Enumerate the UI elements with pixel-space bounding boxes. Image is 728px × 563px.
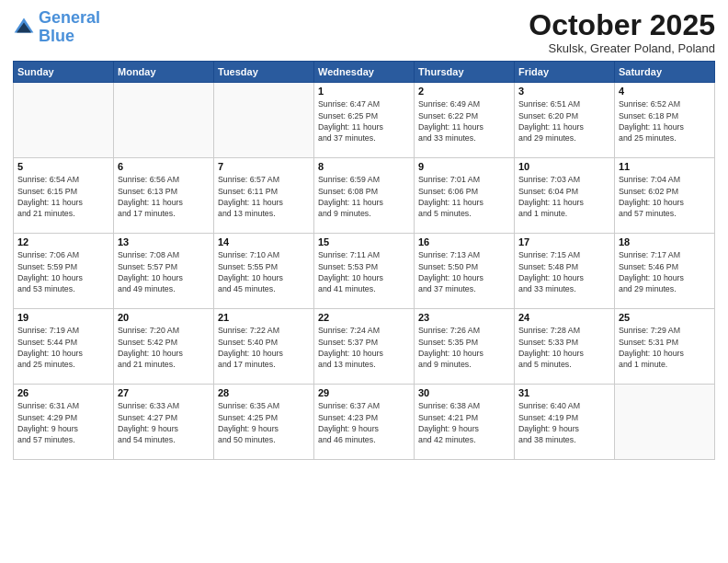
- calendar-day-cell: 5Sunrise: 6:54 AM Sunset: 6:15 PM Daylig…: [14, 158, 114, 234]
- calendar-day-cell: 18Sunrise: 7:17 AM Sunset: 5:46 PM Dayli…: [615, 234, 715, 309]
- calendar-week-row: 5Sunrise: 6:54 AM Sunset: 6:15 PM Daylig…: [14, 158, 715, 234]
- logo-text: General Blue: [39, 9, 100, 46]
- calendar-day-cell: 30Sunrise: 6:38 AM Sunset: 4:21 PM Dayli…: [415, 385, 515, 460]
- header-tuesday: Tuesday: [214, 62, 314, 83]
- calendar-day-cell: 27Sunrise: 6:33 AM Sunset: 4:27 PM Dayli…: [114, 385, 214, 460]
- header-saturday: Saturday: [615, 62, 715, 83]
- day-info: Sunrise: 7:11 AM Sunset: 5:53 PM Dayligh…: [318, 249, 410, 294]
- header-wednesday: Wednesday: [314, 62, 415, 83]
- calendar-day-cell: 22Sunrise: 7:24 AM Sunset: 5:37 PM Dayli…: [314, 309, 415, 385]
- calendar-day-cell: 23Sunrise: 7:26 AM Sunset: 5:35 PM Dayli…: [415, 309, 515, 385]
- page-container: General Blue October 2025 Skulsk, Greate…: [0, 0, 728, 465]
- day-number: 25: [619, 312, 711, 323]
- calendar-day-cell: 14Sunrise: 7:10 AM Sunset: 5:55 PM Dayli…: [214, 234, 314, 309]
- day-number: 2: [418, 86, 510, 97]
- day-info: Sunrise: 7:17 AM Sunset: 5:46 PM Dayligh…: [619, 249, 711, 294]
- day-number: 29: [318, 387, 410, 398]
- day-info: Sunrise: 7:22 AM Sunset: 5:40 PM Dayligh…: [218, 325, 310, 370]
- day-info: Sunrise: 6:40 AM Sunset: 4:19 PM Dayligh…: [518, 400, 610, 445]
- calendar-day-cell: 25Sunrise: 7:29 AM Sunset: 5:31 PM Dayli…: [615, 309, 715, 385]
- day-info: Sunrise: 6:31 AM Sunset: 4:29 PM Dayligh…: [17, 400, 109, 445]
- calendar-day-cell: 13Sunrise: 7:08 AM Sunset: 5:57 PM Dayli…: [114, 234, 214, 309]
- day-info: Sunrise: 6:56 AM Sunset: 6:13 PM Dayligh…: [118, 174, 210, 219]
- calendar-day-cell: 6Sunrise: 6:56 AM Sunset: 6:13 PM Daylig…: [114, 158, 214, 234]
- calendar-day-cell: 24Sunrise: 7:28 AM Sunset: 5:33 PM Dayli…: [515, 309, 615, 385]
- day-info: Sunrise: 7:13 AM Sunset: 5:50 PM Dayligh…: [418, 249, 510, 294]
- day-number: 4: [619, 86, 711, 97]
- day-info: Sunrise: 7:28 AM Sunset: 5:33 PM Dayligh…: [518, 325, 610, 370]
- day-number: 28: [218, 387, 310, 398]
- day-number: 27: [118, 387, 210, 398]
- calendar-day-cell: 2Sunrise: 6:49 AM Sunset: 6:22 PM Daylig…: [415, 83, 515, 158]
- day-number: 26: [17, 387, 109, 398]
- day-number: 3: [518, 86, 610, 97]
- day-info: Sunrise: 7:26 AM Sunset: 5:35 PM Dayligh…: [418, 325, 510, 370]
- day-number: 10: [518, 161, 610, 172]
- day-info: Sunrise: 7:08 AM Sunset: 5:57 PM Dayligh…: [118, 249, 210, 294]
- header-sunday: Sunday: [14, 62, 114, 83]
- calendar-day-cell: [114, 83, 214, 158]
- title-block: October 2025 Skulsk, Greater Poland, Pol…: [529, 9, 715, 55]
- day-number: 22: [318, 312, 410, 323]
- day-info: Sunrise: 7:20 AM Sunset: 5:42 PM Dayligh…: [118, 325, 210, 370]
- day-number: 18: [619, 236, 711, 247]
- calendar-week-row: 26Sunrise: 6:31 AM Sunset: 4:29 PM Dayli…: [14, 385, 715, 460]
- logo-line2: Blue: [39, 27, 74, 45]
- day-info: Sunrise: 7:04 AM Sunset: 6:02 PM Dayligh…: [619, 174, 711, 219]
- day-number: 6: [118, 161, 210, 172]
- calendar-week-row: 19Sunrise: 7:19 AM Sunset: 5:44 PM Dayli…: [14, 309, 715, 385]
- day-info: Sunrise: 6:49 AM Sunset: 6:22 PM Dayligh…: [418, 98, 510, 144]
- calendar-day-cell: 21Sunrise: 7:22 AM Sunset: 5:40 PM Dayli…: [214, 309, 314, 385]
- calendar-day-cell: 16Sunrise: 7:13 AM Sunset: 5:50 PM Dayli…: [415, 234, 515, 309]
- day-info: Sunrise: 6:52 AM Sunset: 6:18 PM Dayligh…: [619, 98, 711, 144]
- calendar-day-cell: 7Sunrise: 6:57 AM Sunset: 6:11 PM Daylig…: [214, 158, 314, 234]
- day-number: 15: [318, 236, 410, 247]
- day-number: 23: [418, 312, 510, 323]
- day-number: 13: [118, 236, 210, 247]
- day-number: 14: [218, 236, 310, 247]
- logo-icon: [13, 17, 35, 39]
- header-thursday: Thursday: [415, 62, 515, 83]
- calendar-day-cell: 17Sunrise: 7:15 AM Sunset: 5:48 PM Dayli…: [515, 234, 615, 309]
- header-friday: Friday: [515, 62, 615, 83]
- calendar-day-cell: [14, 83, 114, 158]
- day-info: Sunrise: 6:59 AM Sunset: 6:08 PM Dayligh…: [318, 174, 410, 219]
- day-info: Sunrise: 6:33 AM Sunset: 4:27 PM Dayligh…: [118, 400, 210, 445]
- day-info: Sunrise: 7:24 AM Sunset: 5:37 PM Dayligh…: [318, 325, 410, 370]
- logo-line1: General: [39, 8, 100, 27]
- day-number: 5: [17, 161, 109, 172]
- day-info: Sunrise: 6:38 AM Sunset: 4:21 PM Dayligh…: [418, 400, 510, 445]
- day-info: Sunrise: 7:29 AM Sunset: 5:31 PM Dayligh…: [619, 325, 711, 370]
- calendar-day-cell: 20Sunrise: 7:20 AM Sunset: 5:42 PM Dayli…: [114, 309, 214, 385]
- calendar-day-cell: 8Sunrise: 6:59 AM Sunset: 6:08 PM Daylig…: [314, 158, 415, 234]
- day-info: Sunrise: 7:01 AM Sunset: 6:06 PM Dayligh…: [418, 174, 510, 219]
- day-info: Sunrise: 7:15 AM Sunset: 5:48 PM Dayligh…: [518, 249, 610, 294]
- calendar-week-row: 12Sunrise: 7:06 AM Sunset: 5:59 PM Dayli…: [14, 234, 715, 309]
- header: General Blue October 2025 Skulsk, Greate…: [13, 9, 715, 55]
- calendar-day-cell: 4Sunrise: 6:52 AM Sunset: 6:18 PM Daylig…: [615, 83, 715, 158]
- calendar-day-cell: 3Sunrise: 6:51 AM Sunset: 6:20 PM Daylig…: [515, 83, 615, 158]
- calendar-day-cell: 28Sunrise: 6:35 AM Sunset: 4:25 PM Dayli…: [214, 385, 314, 460]
- day-number: 20: [118, 312, 210, 323]
- calendar-day-cell: [615, 385, 715, 460]
- day-info: Sunrise: 6:51 AM Sunset: 6:20 PM Dayligh…: [518, 98, 610, 144]
- day-number: 9: [418, 161, 510, 172]
- calendar-day-cell: 1Sunrise: 6:47 AM Sunset: 6:25 PM Daylig…: [314, 83, 415, 158]
- calendar-day-cell: [214, 83, 314, 158]
- day-info: Sunrise: 6:57 AM Sunset: 6:11 PM Dayligh…: [218, 174, 310, 219]
- calendar-day-cell: 9Sunrise: 7:01 AM Sunset: 6:06 PM Daylig…: [415, 158, 515, 234]
- calendar-day-cell: 31Sunrise: 6:40 AM Sunset: 4:19 PM Dayli…: [515, 385, 615, 460]
- day-info: Sunrise: 6:35 AM Sunset: 4:25 PM Dayligh…: [218, 400, 310, 445]
- day-number: 19: [17, 312, 109, 323]
- day-number: 21: [218, 312, 310, 323]
- header-monday: Monday: [114, 62, 214, 83]
- day-info: Sunrise: 7:03 AM Sunset: 6:04 PM Dayligh…: [518, 174, 610, 219]
- logo: General Blue: [13, 9, 100, 46]
- calendar-table: Sunday Monday Tuesday Wednesday Thursday…: [13, 61, 715, 460]
- calendar-day-cell: 19Sunrise: 7:19 AM Sunset: 5:44 PM Dayli…: [14, 309, 114, 385]
- calendar-day-cell: 10Sunrise: 7:03 AM Sunset: 6:04 PM Dayli…: [515, 158, 615, 234]
- calendar-day-cell: 29Sunrise: 6:37 AM Sunset: 4:23 PM Dayli…: [314, 385, 415, 460]
- day-number: 24: [518, 312, 610, 323]
- day-info: Sunrise: 7:10 AM Sunset: 5:55 PM Dayligh…: [218, 249, 310, 294]
- location-subtitle: Skulsk, Greater Poland, Poland: [529, 41, 715, 55]
